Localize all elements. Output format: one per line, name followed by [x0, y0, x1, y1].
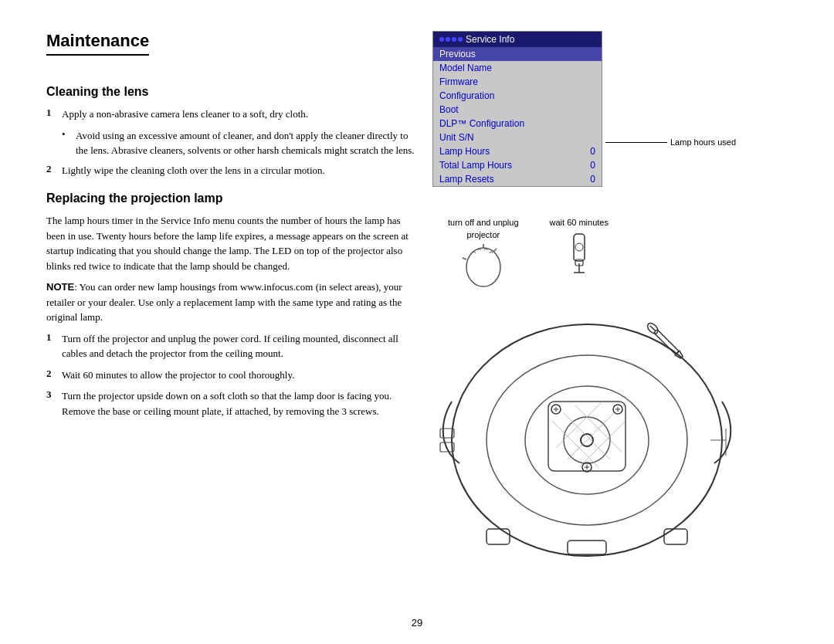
cleaning-step1-text: Apply a non-abrasive camera lens cleaner…	[62, 107, 308, 122]
projector-illustration	[402, 301, 772, 564]
wait-step: wait 60 minutes	[550, 218, 609, 280]
svg-rect-31	[664, 529, 687, 544]
cleaning-bullet1-text: Avoid using an excessive amount of clean…	[76, 128, 417, 158]
replacing-note: NOTE: You can order new lamp housings fr…	[46, 280, 417, 325]
menu-item-firmware[interactable]: Firmware	[433, 75, 602, 89]
svg-line-29	[579, 421, 626, 467]
replacing-step-3: 3 Turn the projector upside down on a so…	[46, 388, 417, 419]
page-container: Maintenance Cleaning the lens 1 Apply a …	[0, 0, 834, 644]
step-num-2: 2	[46, 163, 57, 178]
lamp-annotation: Lamp hours used	[605, 137, 736, 147]
projector-svg	[402, 301, 772, 564]
annotation-text: Lamp hours used	[670, 137, 736, 147]
svg-line-3	[463, 258, 466, 259]
cleaning-title: Cleaning the lens	[46, 85, 417, 99]
svg-line-24	[564, 413, 610, 459]
service-menu: Service Info Previous Model Name Firmwar…	[432, 31, 602, 187]
wait-label: wait 60 minutes	[550, 218, 609, 227]
turn-off-label: turn off and unplug	[448, 218, 519, 227]
svg-rect-30	[486, 529, 510, 544]
menu-dots	[439, 37, 463, 42]
total-lamp-hours-value: 0	[590, 160, 595, 171]
lamp-hours-label: Lamp Hours	[439, 146, 490, 157]
svg-line-39	[650, 326, 656, 331]
svg-line-2	[493, 249, 497, 252]
step-num-1: 1	[46, 107, 57, 122]
turn-off-step: turn off and unplug projector	[448, 218, 519, 293]
step-num-r3: 3	[46, 388, 57, 419]
replacing-step3-text: Turn the projector upside down on a soft…	[62, 388, 417, 419]
menu-item-total-lamp-hours[interactable]: Total Lamp Hours 0	[433, 158, 602, 172]
step-num-r2: 2	[46, 368, 57, 383]
cleaning-step-2: 2 Lightly wipe the cleaning cloth over t…	[46, 163, 417, 178]
hand-icon	[456, 244, 510, 290]
menu-item-lamp-resets[interactable]: Lamp Resets 0	[433, 172, 602, 186]
service-menu-title: Service Info	[466, 34, 514, 45]
right-column: Service Info Previous Model Name Firmwar…	[432, 31, 788, 293]
dot-3	[452, 37, 456, 42]
flashlight-icon	[560, 230, 598, 276]
cleaning-bullet-1: • Avoid using an excessive amount of cle…	[62, 128, 417, 158]
cleaning-step-1: 1 Apply a non-abrasive camera lens clean…	[46, 107, 417, 122]
dot-2	[446, 37, 450, 42]
menu-item-model-name[interactable]: Model Name	[433, 61, 602, 75]
page-number: 29	[412, 617, 422, 629]
note-body: : You can order new lamp housings from w…	[46, 281, 402, 323]
svg-rect-32	[568, 541, 606, 554]
svg-point-6	[575, 243, 583, 251]
left-column: Maintenance Cleaning the lens 1 Apply a …	[46, 31, 417, 425]
annotation-line	[605, 142, 667, 143]
lamp-resets-value: 0	[590, 174, 595, 185]
menu-item-configuration[interactable]: Configuration	[433, 89, 602, 103]
bullet-symbol: •	[62, 128, 71, 158]
menu-item-unit-sn[interactable]: Unit S/N	[433, 130, 602, 144]
menu-item-boot[interactable]: Boot	[433, 103, 602, 117]
replacing-step2-text: Wait 60 minutes to allow the projector t…	[62, 368, 294, 383]
page-title: Maintenance	[46, 31, 149, 56]
replacing-step-2: 2 Wait 60 minutes to allow the projector…	[46, 368, 417, 383]
replacing-title: Replacing the projection lamp	[46, 192, 417, 205]
lamp-resets-label: Lamp Resets	[439, 174, 494, 185]
menu-item-dlp[interactable]: DLP™ Configuration	[433, 117, 602, 130]
step-num-r1: 1	[46, 331, 57, 361]
lamp-hours-value: 0	[590, 146, 595, 157]
svg-point-0	[466, 248, 500, 286]
service-menu-wrapper: Service Info Previous Model Name Firmwar…	[432, 31, 602, 195]
dot-4	[458, 37, 463, 42]
dot-1	[439, 37, 444, 42]
step-diagram: turn off and unplug projector wai	[448, 218, 788, 293]
menu-item-lamp-hours[interactable]: Lamp Hours 0	[433, 144, 602, 158]
replacing-step-1: 1 Turn off the projector and unplug the …	[46, 331, 417, 361]
note-label: NOTE	[46, 281, 74, 293]
replacing-step1-text: Turn off the projector and unplug the po…	[62, 331, 417, 361]
cleaning-step2-text: Lightly wipe the cleaning cloth over the…	[62, 163, 325, 178]
service-menu-header: Service Info	[433, 32, 602, 47]
projector-label: projector	[448, 230, 519, 239]
replacing-body1: The lamp hours timer in the Service Info…	[46, 213, 417, 273]
menu-item-previous[interactable]: Previous	[433, 47, 602, 61]
svg-line-28	[556, 402, 602, 448]
total-lamp-hours-label: Total Lamp Hours	[439, 160, 512, 171]
